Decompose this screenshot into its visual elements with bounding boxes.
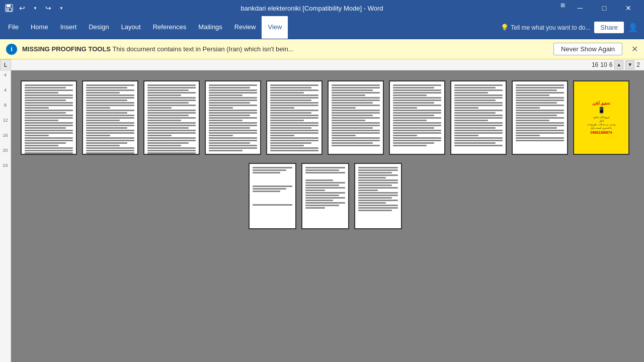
page-thumbnail-2[interactable] xyxy=(82,80,138,155)
page-up-button[interactable]: ▲ xyxy=(614,60,623,69)
page-thumbnail-6[interactable] xyxy=(328,80,384,155)
tab-mailings[interactable]: Mailings xyxy=(192,16,228,39)
page-thumbnail-5[interactable] xyxy=(266,80,323,155)
tab-layout[interactable]: Layout xyxy=(115,16,147,39)
page-thumbnail-4[interactable] xyxy=(205,80,261,155)
page-controls: 16 10 6 ▲ ▼ 2 xyxy=(592,60,644,69)
ruler-mark-7: 24 xyxy=(3,163,8,168)
current-page: 2 xyxy=(636,61,640,68)
page-thumbnail-10[interactable]: تحقیق آنلاین 📱 فروشگاه دانلود فایل وردی،… xyxy=(573,80,629,155)
notif-bold: MISSING PROOFING TOOLS xyxy=(22,45,111,53)
help-text: Tell me what you want to do... xyxy=(511,24,590,31)
help-search[interactable]: 💡 Tell me what you want to do... xyxy=(501,24,590,31)
info-icon: i xyxy=(6,44,17,55)
svg-rect-1 xyxy=(7,5,11,7)
save-icon[interactable] xyxy=(4,3,14,13)
ad-sub1: فروشگاه دانلود فایل وردی، پی دی اف، پاور… xyxy=(587,116,615,130)
ruler-mark-1: 4 xyxy=(4,72,7,77)
undo-dropdown-icon[interactable]: ▼ xyxy=(30,3,40,13)
page-thumbnail-13[interactable] xyxy=(354,163,402,229)
tab-design[interactable]: Design xyxy=(83,16,115,39)
ad-phone: 09981366674 xyxy=(591,131,612,134)
page-down-button[interactable]: ▼ xyxy=(625,60,634,69)
ruler-mark-6: 20 xyxy=(3,148,8,153)
svg-rect-2 xyxy=(7,8,12,11)
page-row-1: تحقیق آنلاین 📱 فروشگاه دانلود فایل وردی،… xyxy=(21,80,629,155)
tab-home[interactable]: Home xyxy=(25,16,54,39)
restore-down-icon[interactable]: ⊞ xyxy=(557,0,568,10)
never-show-button[interactable]: Never Show Again xyxy=(553,43,622,55)
page-thumbnail-12[interactable] xyxy=(301,163,349,229)
ruler-mark-4: 12 xyxy=(3,118,8,123)
close-button[interactable]: ✕ xyxy=(617,0,640,16)
page-row-2 xyxy=(249,163,402,229)
main-area: 4 4 8 12 16 20 24 xyxy=(0,70,644,362)
page-thumbnail-11[interactable] xyxy=(249,163,296,229)
tab-view[interactable]: View xyxy=(262,16,288,39)
ribbon-right: 💡 Tell me what you want to do... Share 👤 xyxy=(501,22,642,33)
svg-rect-3 xyxy=(8,9,9,11)
notification-close-icon[interactable]: ✕ xyxy=(631,44,638,54)
ruler: L 16 10 6 ▲ ▼ 2 xyxy=(0,59,644,70)
zoom-level-1: 16 xyxy=(592,61,598,68)
side-ruler: 4 4 8 12 16 20 24 xyxy=(0,70,11,362)
undo-icon[interactable]: ↩ xyxy=(17,3,27,13)
user-icon[interactable]: 👤 xyxy=(628,23,638,33)
page-thumbnail-8[interactable] xyxy=(450,80,507,155)
notif-detail: This document contains text in Persian (… xyxy=(112,45,293,53)
page-thumbnail-3[interactable] xyxy=(143,80,200,155)
tab-stop-button[interactable]: L xyxy=(0,59,11,70)
page-thumbnail-9[interactable] xyxy=(512,80,568,155)
window-controls: ⊞ ─ □ ✕ xyxy=(557,0,640,16)
share-button[interactable]: Share xyxy=(594,22,624,33)
notification-text: MISSING PROOFING TOOLS This document con… xyxy=(22,45,548,53)
notification-bar: i MISSING PROOFING TOOLS This document c… xyxy=(0,39,644,59)
ruler-mark-3: 8 xyxy=(4,103,7,108)
ruler-mark-2: 4 xyxy=(4,87,7,93)
zoom-level-3: 6 xyxy=(609,61,613,68)
page-thumbnail-1[interactable] xyxy=(21,80,77,155)
tab-insert[interactable]: Insert xyxy=(54,16,83,39)
zoom-level-2: 10 xyxy=(600,61,607,68)
page-thumbnail-7[interactable] xyxy=(389,80,445,155)
tab-file[interactable]: File xyxy=(2,16,25,39)
window-title: bankdari elekteroniki [Compatibility Mod… xyxy=(66,5,557,12)
ribbon: File Home Insert Design Layout Reference… xyxy=(0,16,644,39)
maximize-button[interactable]: □ xyxy=(593,0,616,16)
title-bar: ↩ ▼ ↪ ▼ bankdari elekteroniki [Compatibi… xyxy=(0,0,644,16)
document-area[interactable]: تحقیق آنلاین 📱 فروشگاه دانلود فایل وردی،… xyxy=(11,70,644,362)
quick-access-toolbar: ↩ ▼ ↪ ▼ xyxy=(4,3,66,13)
tab-references[interactable]: References xyxy=(147,16,192,39)
minimize-button[interactable]: ─ xyxy=(569,0,592,16)
tab-stop-symbol: L xyxy=(4,62,7,68)
ad-header: تحقیق آنلاین xyxy=(592,102,610,106)
redo-icon[interactable]: ↪ xyxy=(43,3,53,13)
tab-review[interactable]: Review xyxy=(228,16,262,39)
customize-icon[interactable]: ▼ xyxy=(56,3,66,13)
ruler-mark-5: 16 xyxy=(3,133,8,138)
